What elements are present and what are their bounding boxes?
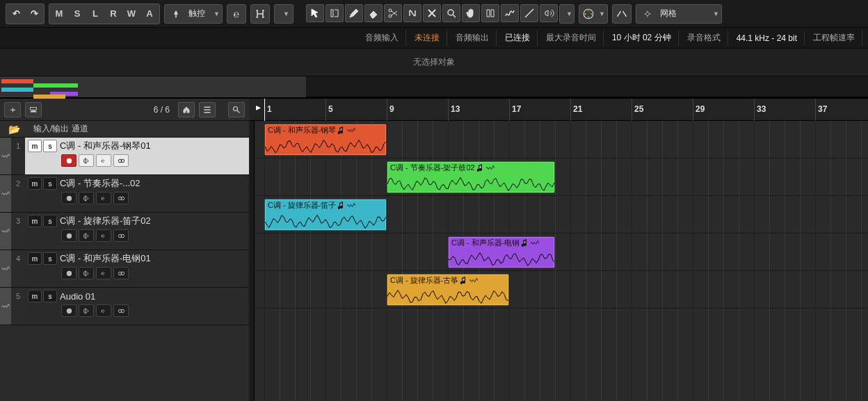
monitor-button[interactable] bbox=[79, 154, 94, 167]
mute-tool-icon[interactable] bbox=[423, 4, 441, 22]
zoom-tool-icon[interactable] bbox=[442, 4, 460, 22]
state-button-s[interactable]: S bbox=[69, 6, 86, 22]
arrange-area[interactable]: ▸ 15913172125293337 C调 - 和声乐器-钢琴 C调 - 节奏… bbox=[249, 99, 868, 401]
state-button-l[interactable]: L bbox=[87, 6, 104, 22]
mute-button[interactable]: m bbox=[28, 252, 42, 265]
record-enable-button[interactable] bbox=[61, 154, 77, 167]
track-row[interactable]: 1msC调 - 和声乐器-钢琴01℮ bbox=[0, 138, 249, 175]
audio-clip[interactable]: C调 - 和声乐器-电钢 bbox=[448, 236, 555, 268]
snap-button[interactable] bbox=[612, 4, 632, 24]
edit-channel-button[interactable]: ℮ bbox=[96, 154, 111, 167]
mute-button[interactable]: m bbox=[28, 290, 42, 302]
solo-button[interactable]: s bbox=[43, 140, 57, 152]
comp-tool-icon[interactable] bbox=[481, 4, 499, 22]
record-enable-button[interactable] bbox=[61, 229, 77, 242]
edit-channel-button[interactable]: ℮ bbox=[96, 267, 111, 279]
selection-tool-icon[interactable] bbox=[306, 4, 324, 22]
state-buttons-group: MSLRWA bbox=[49, 3, 160, 24]
track-row[interactable]: 4msC调 - 和声乐器-电钢01℮ bbox=[0, 250, 249, 288]
track-row[interactable]: 5msAudio 01℮ bbox=[0, 288, 249, 325]
monitor-button[interactable] bbox=[79, 304, 94, 317]
line-tool-icon[interactable] bbox=[520, 4, 538, 22]
mute-button[interactable]: m bbox=[28, 177, 42, 190]
ruler[interactable]: ▸ 15913172125293337 bbox=[249, 99, 868, 121]
edit-channel-button[interactable]: ℮ bbox=[96, 229, 111, 242]
track-row[interactable]: 2msC调 - 节奏乐器-...02℮ bbox=[0, 175, 249, 213]
solo-button[interactable]: s bbox=[43, 215, 57, 227]
undo-button[interactable]: ↶ bbox=[8, 6, 24, 22]
record-enable-button[interactable] bbox=[61, 267, 77, 279]
info-line: 无选择对象 bbox=[0, 49, 868, 76]
mini-wave-icon bbox=[469, 277, 478, 284]
redo-button[interactable]: ↷ bbox=[26, 6, 42, 22]
freeze-button[interactable] bbox=[113, 304, 129, 317]
color-select[interactable]: ▼ bbox=[579, 4, 608, 24]
audio-out-value[interactable]: 已连接 bbox=[498, 30, 538, 46]
freeze-button[interactable] bbox=[113, 267, 129, 279]
svg-point-11 bbox=[66, 158, 71, 163]
split-tool-icon[interactable] bbox=[384, 4, 402, 22]
track-name[interactable]: C调 - 和声乐器-电钢01 bbox=[60, 252, 246, 265]
play-tool-icon[interactable] bbox=[540, 4, 558, 22]
add-track-button[interactable]: ＋ bbox=[4, 102, 21, 117]
track-name[interactable]: C调 - 旋律乐器-笛子02 bbox=[60, 215, 246, 227]
grid-select[interactable]: 网格 ▼ bbox=[636, 4, 722, 24]
audio-clip[interactable]: C调 - 和声乐器-钢琴 bbox=[264, 124, 387, 156]
erase-tool-icon[interactable] bbox=[364, 4, 383, 22]
track-name[interactable]: C调 - 和声乐器-钢琴01 bbox=[60, 140, 246, 152]
track-preset-button[interactable] bbox=[25, 102, 42, 117]
mute-button[interactable]: m bbox=[28, 140, 42, 152]
solo-button[interactable]: s bbox=[43, 177, 57, 190]
audio-clip[interactable]: C调 - 旋律乐器-笛子 bbox=[264, 199, 387, 231]
warp-tool-icon[interactable] bbox=[501, 4, 519, 22]
freeze-button[interactable] bbox=[113, 192, 129, 204]
audio-in-value[interactable]: 未连接 bbox=[408, 30, 447, 46]
constrain-button[interactable] bbox=[250, 4, 270, 24]
touch-select[interactable]: 触控 ▼ bbox=[164, 4, 223, 24]
audio-clip[interactable]: C调 - 旋律乐器-古筝 bbox=[387, 274, 509, 306]
monitor-button[interactable] bbox=[79, 192, 94, 204]
search-button[interactable] bbox=[228, 102, 245, 117]
edit-channel-button[interactable]: ℮ bbox=[96, 192, 111, 204]
svg-point-27 bbox=[66, 308, 71, 313]
freeze-button[interactable] bbox=[113, 229, 129, 242]
solo-button[interactable]: s bbox=[43, 252, 57, 265]
monitor-button[interactable] bbox=[79, 229, 94, 242]
solo-button[interactable]: s bbox=[43, 290, 57, 302]
range-tool-icon[interactable] bbox=[326, 4, 344, 22]
track-name[interactable]: Audio 01 bbox=[60, 291, 246, 302]
rec-fmt-value[interactable]: 44.1 kHz - 24 bit bbox=[730, 31, 805, 45]
state-button-r[interactable]: R bbox=[105, 6, 122, 22]
list-button[interactable] bbox=[199, 102, 216, 117]
state-button-a[interactable]: A bbox=[141, 6, 158, 22]
draw-tool-icon[interactable] bbox=[345, 4, 363, 22]
edit-channel-button[interactable]: ℮ bbox=[96, 304, 111, 317]
track-number: 1 bbox=[11, 138, 25, 174]
max-rec-label: 最大录音时间 bbox=[539, 30, 604, 46]
glue-tool-icon[interactable] bbox=[403, 4, 421, 22]
mute-button[interactable]: m bbox=[28, 215, 42, 227]
overview-region[interactable] bbox=[0, 76, 306, 97]
tools-dropdown[interactable]: ▼ bbox=[559, 4, 574, 24]
small-dropdown[interactable]: ▼ bbox=[274, 4, 294, 24]
hand-tool-icon[interactable] bbox=[462, 4, 480, 22]
freeze-button[interactable] bbox=[113, 154, 129, 167]
track-row[interactable]: 3msC调 - 旋律乐器-笛子02℮ bbox=[0, 213, 249, 250]
state-button-m[interactable]: M bbox=[51, 6, 67, 22]
audio-clip[interactable]: C调 - 节奏乐器-架子鼓02 bbox=[387, 161, 555, 193]
grid-icon bbox=[639, 6, 656, 22]
clip-title: C调 - 旋律乐器-古筝 bbox=[387, 275, 508, 286]
e-button[interactable]: ℮ bbox=[227, 4, 246, 24]
svg-text:℮: ℮ bbox=[101, 233, 104, 239]
state-button-w[interactable]: W bbox=[123, 6, 140, 22]
io-row[interactable]: 📂 输入/输出 通道 bbox=[0, 121, 249, 138]
track-header: ＋ 6 / 6 bbox=[0, 99, 249, 121]
overview[interactable] bbox=[0, 76, 868, 97]
home-button[interactable] bbox=[178, 102, 195, 117]
record-enable-button[interactable] bbox=[61, 304, 77, 317]
monitor-button[interactable] bbox=[79, 267, 94, 279]
playhead-marker-icon[interactable]: ▸ bbox=[256, 101, 261, 113]
track-name[interactable]: C调 - 节奏乐器-...02 bbox=[60, 177, 246, 190]
record-enable-button[interactable] bbox=[61, 192, 77, 204]
ruler-tick-label: 29 bbox=[696, 104, 705, 114]
